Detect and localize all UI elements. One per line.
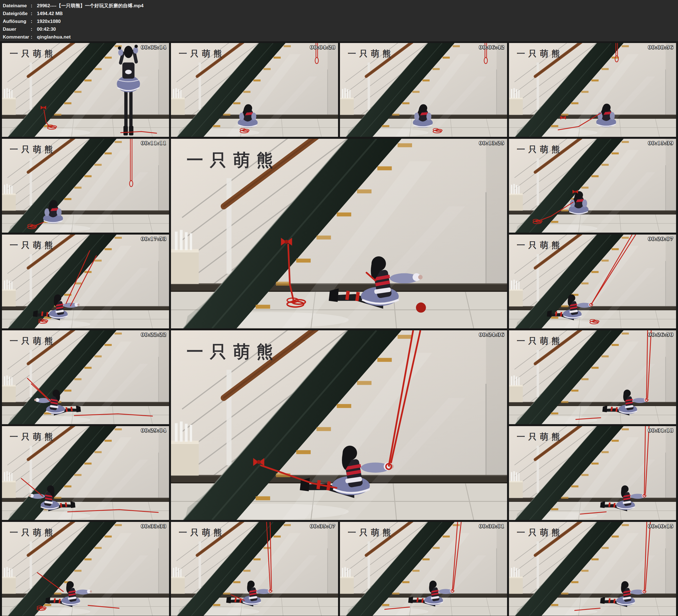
railing-post <box>30 63 32 110</box>
stair-tread <box>74 378 82 380</box>
stair-tread <box>432 547 440 549</box>
white-candles <box>175 423 178 441</box>
white-candles <box>519 377 520 386</box>
timestamp-badge: 00:13:25 <box>479 140 504 146</box>
timestamp-badge: 00:02:14 <box>141 44 166 50</box>
railing-post <box>227 370 232 465</box>
white-candles <box>9 281 10 290</box>
video-thumbnail: 一只萌熊00:02:14 <box>2 43 169 137</box>
video-thumbnail: 一只萌熊00:13:25 <box>171 139 507 329</box>
stair-tread <box>611 536 619 538</box>
railing-post <box>537 254 539 301</box>
stair-tread <box>392 592 400 594</box>
stair-tread <box>95 451 102 453</box>
white-candles <box>511 281 512 290</box>
info-label: Dateigröße <box>3 10 31 17</box>
railing-post <box>30 350 32 397</box>
stair-tread <box>115 237 122 239</box>
stair-tread <box>105 57 112 59</box>
stair-tread <box>84 463 91 465</box>
stair-tread <box>273 57 281 59</box>
stair-tread <box>337 213 351 217</box>
white-candles <box>11 377 12 386</box>
white-candles <box>4 281 5 290</box>
railing-post <box>30 158 32 205</box>
stair-tread <box>256 305 270 309</box>
white-candles <box>347 568 348 577</box>
stair-tread <box>601 164 609 166</box>
stair-tread <box>581 474 589 476</box>
watermark-text: 一只萌熊 <box>179 528 225 537</box>
stair-tread <box>233 102 240 104</box>
stair-tread <box>233 581 240 583</box>
stair-tread <box>601 355 609 357</box>
stair-tread <box>223 592 230 594</box>
stair-tread <box>253 559 261 561</box>
watermark-text: 一只萌熊 <box>517 240 563 250</box>
stair-tread <box>601 451 609 453</box>
white-candles <box>6 471 8 482</box>
stair-tread <box>64 102 72 104</box>
video-thumbnail: 一只萌熊00:33:33 <box>2 522 169 616</box>
stair-tread <box>611 248 619 250</box>
white-candles <box>181 90 182 98</box>
white-candles <box>514 376 515 386</box>
white-candles <box>11 90 12 98</box>
white-candles <box>516 185 517 194</box>
stair-tread <box>571 485 578 487</box>
stair-tread <box>622 428 629 430</box>
stair-tread <box>422 559 430 561</box>
stair-tread <box>591 559 599 561</box>
stair-tread <box>284 524 291 526</box>
timestamp-badge: 00:40:15 <box>648 523 674 529</box>
stair-tread <box>105 248 112 250</box>
stair-tread <box>95 260 102 262</box>
white-candles <box>190 233 192 250</box>
white-candles <box>342 89 343 98</box>
watermark-text: 一只萌熊 <box>348 528 394 537</box>
stair-tread <box>581 570 589 572</box>
white-candles <box>511 89 512 98</box>
stair-tread <box>622 524 629 526</box>
white-candles <box>6 88 8 98</box>
stair-tread <box>622 237 629 239</box>
white-candles <box>9 377 10 386</box>
stair-tread <box>622 45 629 47</box>
file-info-row: Dauer:00:42:30 <box>3 26 678 33</box>
stair-tread <box>296 450 311 454</box>
railing-post <box>368 63 370 110</box>
stair-tread <box>581 187 589 189</box>
railing-post <box>199 541 201 589</box>
white-candles <box>9 185 10 194</box>
video-thumbnail: 一只萌熊00:40:15 <box>509 522 676 616</box>
video-thumbnail: 一只萌熊00:11:11 <box>2 139 169 233</box>
video-thumbnail: 一只萌熊00:31:18 <box>509 426 676 520</box>
timestamp-badge: 00:29:04 <box>141 427 166 433</box>
stair-tread <box>402 102 410 104</box>
white-candles <box>11 186 12 194</box>
info-value: qinglanhua.net <box>37 33 678 41</box>
stair-tread <box>551 508 558 510</box>
white-candles <box>6 280 8 290</box>
stair-tread <box>622 141 629 143</box>
timestamp-badge: 00:35:47 <box>310 523 336 529</box>
stair-tread <box>453 524 460 526</box>
stair-tread <box>561 592 568 594</box>
stair-tread <box>316 427 331 431</box>
stair-tread <box>402 581 410 583</box>
file-info-row: Auflösung:1920x1080 <box>3 17 678 26</box>
watermark-text: 一只萌熊 <box>10 432 56 441</box>
file-info-row: Dateigröße:1494.42 MB <box>3 10 678 17</box>
stair-tread <box>422 80 430 81</box>
white-candles <box>516 568 517 577</box>
stair-tread <box>95 164 102 166</box>
white-candles <box>349 569 350 577</box>
railing-post <box>30 541 32 589</box>
white-candles <box>9 568 10 577</box>
stair-tread <box>54 497 62 499</box>
video-thumbnail: 一只萌熊00:35:47 <box>171 522 338 616</box>
white-candles <box>185 424 188 441</box>
white-candles <box>11 473 12 482</box>
white-candles <box>175 231 178 250</box>
stair-tread <box>453 45 460 47</box>
